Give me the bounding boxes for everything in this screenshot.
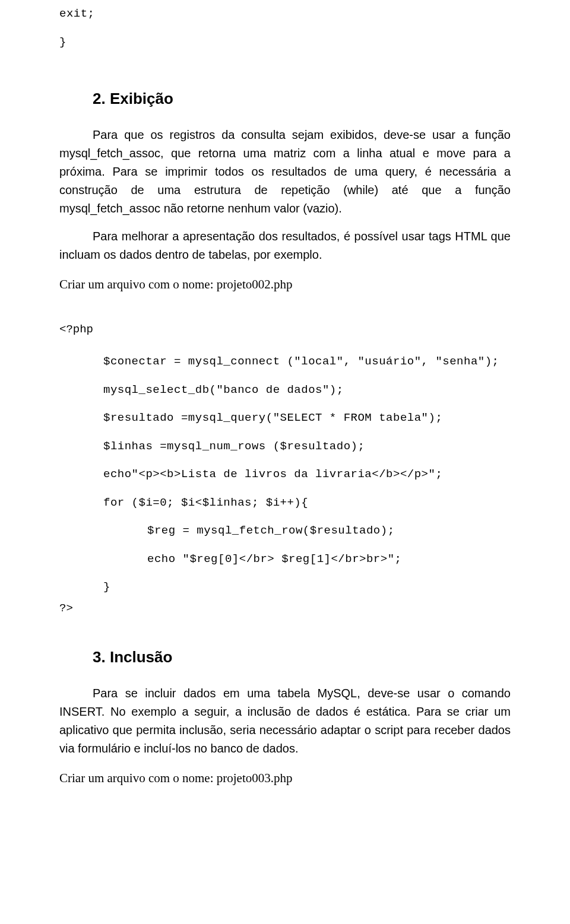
- code-line: echo "$reg[0]</br> $reg[1]</br>br>";: [147, 545, 511, 574]
- filename-projeto002: Criar um arquivo com o nome: projeto002.…: [59, 277, 511, 292]
- section-3-paragraph-1: Para se incluir dados em uma tabela MySQ…: [59, 684, 511, 758]
- code-block-projeto002: $conectar = mysql_connect ("local", "usu…: [103, 348, 511, 602]
- code-line: $conectar = mysql_connect ("local", "usu…: [103, 348, 511, 376]
- code-text: exit;: [59, 0, 511, 28]
- code-line: $resultado =mysql_query("SELECT * FROM t…: [103, 404, 511, 433]
- code-line: echo"<p><b>Lista de livros da livraria</…: [103, 461, 511, 489]
- section-2-paragraph-1: Para que os registros da consulta sejam …: [59, 126, 511, 218]
- code-line: }: [103, 573, 511, 602]
- section-2-heading: 2. Exibição: [93, 90, 511, 108]
- code-line-exit: exit; }: [59, 0, 511, 56]
- code-line: $reg = mysql_fetch_row($resultado);: [147, 517, 511, 545]
- php-close-tag: ?>: [59, 602, 511, 615]
- section-2-paragraph-2: Para melhorar a apresentação dos resulta…: [59, 227, 511, 264]
- code-line: mysql_select_db("banco de dados");: [103, 376, 511, 405]
- filename-projeto003: Criar um arquivo com o nome: projeto003.…: [59, 771, 511, 786]
- php-open-tag: <?php: [59, 323, 511, 336]
- code-line: for ($i=0; $i<$linhas; $i++){: [103, 489, 511, 517]
- code-text: }: [59, 28, 511, 57]
- section-3-heading: 3. Inclusão: [93, 648, 511, 666]
- code-line: $linhas =mysql_num_rows ($resultado);: [103, 433, 511, 461]
